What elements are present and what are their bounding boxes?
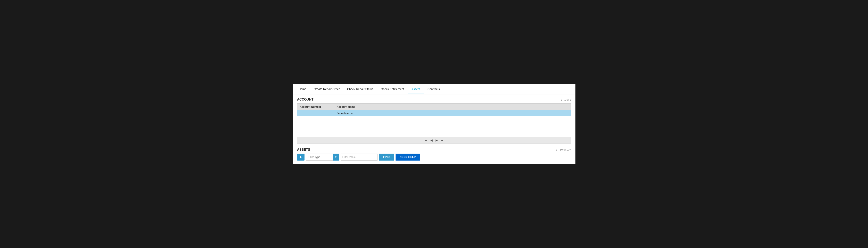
- assets-section-title: ASSETS: [297, 148, 310, 151]
- nav-item-check-repair-status[interactable]: Check Repair Status: [343, 84, 377, 94]
- account-table-header-row: Account Number Account Name: [297, 104, 571, 110]
- assets-pagination-info: 1 - 10 of 10+: [556, 148, 571, 151]
- account-name-header: Account Name: [334, 104, 571, 110]
- account-table: Account Number Account Name Zebra Intern…: [297, 103, 571, 137]
- nav-item-home[interactable]: Home: [295, 84, 310, 94]
- main-content: ACCOUNT 1 - 1 of 1 Account Number Accoun…: [293, 95, 575, 164]
- download-button[interactable]: ⬇: [297, 153, 305, 161]
- account-table-footer: ⏮ ◀ ▶ ⏭: [297, 137, 571, 144]
- account-section-title: ACCOUNT: [297, 98, 313, 101]
- nav-item-assets[interactable]: Assets: [408, 84, 424, 94]
- prev-page-button[interactable]: ◀: [430, 138, 433, 142]
- account-empty-cell: [297, 116, 571, 137]
- last-page-button[interactable]: ⏭: [440, 138, 444, 142]
- next-page-button[interactable]: ▶: [435, 138, 439, 142]
- nav-bar: Home Create Repair Order Check Repair St…: [293, 84, 575, 95]
- assets-section: ASSETS 1 - 10 of 10+ ⬇ ▼ FIND NEED HELP: [297, 148, 571, 161]
- need-help-button[interactable]: NEED HELP: [396, 153, 420, 161]
- account-table-row[interactable]: Zebra Internal: [297, 110, 571, 116]
- app-container: Home Create Repair Order Check Repair St…: [292, 84, 576, 164]
- account-name-cell: Zebra Internal: [334, 110, 571, 116]
- nav-item-contracts[interactable]: Contracts: [424, 84, 443, 94]
- find-button[interactable]: FIND: [379, 153, 394, 161]
- filter-value-input[interactable]: [341, 153, 377, 161]
- filter-type-input[interactable]: [306, 153, 339, 161]
- assets-controls: ⬇ ▼ FIND NEED HELP: [297, 153, 571, 161]
- account-number-cell: [297, 110, 334, 116]
- nav-item-check-entitlement[interactable]: Check Entitlement: [377, 84, 408, 94]
- filter-type-container: ▼: [306, 153, 339, 161]
- first-page-button[interactable]: ⏮: [424, 138, 428, 142]
- account-section-header: ACCOUNT 1 - 1 of 1: [297, 98, 571, 101]
- nav-item-create-repair-order[interactable]: Create Repair Order: [310, 84, 343, 94]
- account-pagination-info: 1 - 1 of 1: [560, 98, 571, 101]
- assets-section-header: ASSETS 1 - 10 of 10+: [297, 148, 571, 151]
- account-number-header: Account Number: [297, 104, 334, 110]
- download-icon: ⬇: [299, 155, 302, 159]
- account-table-empty-row: [297, 116, 571, 137]
